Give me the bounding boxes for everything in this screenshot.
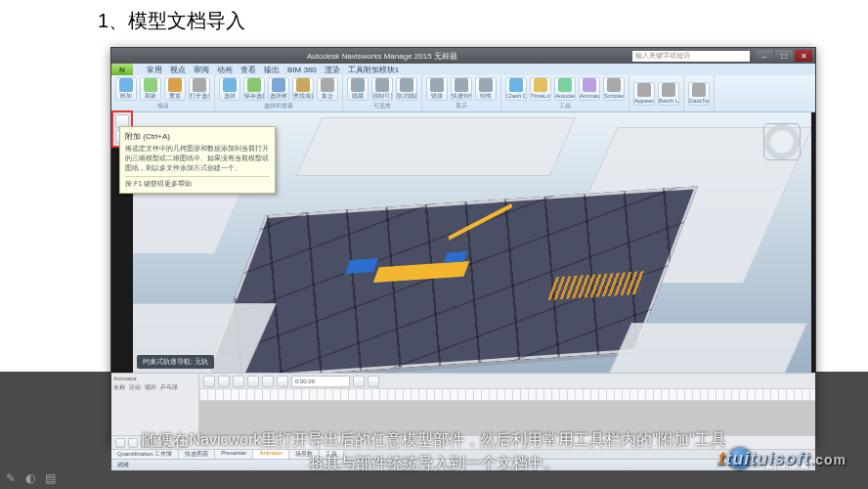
animator-button[interactable]: Animator [579,77,600,101]
ribbon-group-title: 项目 [157,102,169,111]
ribbon-group-title: 工具 [559,102,571,111]
ribbon-button-label: Autodesk Rendering [555,93,575,100]
refresh-icon [144,78,157,92]
ribbon-group: DataTools [684,75,715,111]
ribbon-tab-view[interactable]: 视点 [170,65,186,75]
menu-icon[interactable]: ▤ [45,471,56,485]
appearance-profiler-icon [637,83,651,97]
refresh-button[interactable]: 刷新 [140,77,161,101]
hide-button[interactable]: 隐藏 [347,77,369,101]
ribbon-tab-addins[interactable]: 工具附加模块1 [348,65,399,75]
animator-col-name: 名称 [113,383,125,392]
window-close-button[interactable]: ✕ [795,50,812,62]
caption-line-1: 随便在Navicwork里打开导出后的任意模型部件，然后利用常用工具栏内的"附加… [39,428,829,452]
ribbon-button-label: 查找项目 [293,93,313,100]
ribbon-button-label: DataTools [689,98,709,105]
ribbon-group: Appearance ProfilerBatch Utility [629,75,684,111]
ribbon-group: Clash DetectiveTimeLinerAutodesk Renderi… [501,75,629,111]
ribbon-button-label: 快捷特性 [452,93,471,100]
animator-rewind-button[interactable] [203,376,215,387]
ribbon-tab-render[interactable]: 渲染 [325,65,340,75]
ribbon-tabs: N 常用 视点 审阅 动画 查看 输出 BIM 360 渲染 工具附加模块1 [111,64,815,75]
animator-zoomin-button[interactable] [353,376,365,387]
animator-zoomout-button[interactable] [368,376,379,387]
unhide-icon [400,78,413,92]
appearance-profiler-button[interactable]: Appearance Profiler [633,82,655,106]
timeliner-icon [534,78,547,92]
watermark: ttuituisoft.com [718,449,846,469]
ribbon-tab-look[interactable]: 查看 [240,65,256,75]
container-model [444,251,467,262]
append-icon [119,78,133,92]
animator-col-active: 活动 [129,383,141,392]
watermark-tld: .com [810,452,846,467]
ribbon-button-label: 链接 [431,93,443,100]
options-button[interactable]: 打开选项 [189,77,210,101]
batch-utility-button[interactable]: Batch Utility [658,82,679,106]
unhide-button[interactable]: 取消隐藏 [396,77,417,101]
animator-play-button[interactable] [233,376,244,387]
ribbon-button-label: Appearance Profiler [634,98,654,105]
ribbon-button-label: 特性 [480,93,492,100]
clash-button[interactable]: Clash Detective [505,77,527,101]
rendering-icon [558,78,572,92]
animator-stepback-button[interactable] [218,376,230,387]
viewport-status: 约束式轨道导航: 无轨 [137,355,214,369]
clash-icon [509,78,523,92]
ribbon-button-label: 重置 [169,93,181,100]
navisworks-window: Autodesk Navisworks Manage 2015 无标题 输入关键… [110,47,816,446]
ribbon-button-label: 选择树 [270,93,287,100]
ribbon-group: 附加刷新重置打开选项项目 [111,75,215,111]
reset-button[interactable]: 重置 [164,77,186,101]
ribbon-button-label: Clash Detective [506,93,526,100]
caption-line-2: 将其与部件统统导入到一个文档中。 [39,452,829,475]
datatools-button[interactable]: DataTools [688,82,710,106]
quickprops-button[interactable]: 快捷特性 [451,77,472,101]
help-search-input[interactable]: 输入关键字或短语 [632,51,750,62]
ribbon-button-label: 取消隐藏 [397,93,416,100]
animator-fwd-button[interactable] [277,376,288,387]
pointer-icon[interactable]: ◐ [25,471,35,485]
ribbon-tab-home[interactable]: 常用 [147,65,162,75]
quickprops-icon [455,78,468,92]
selection-tree-icon [272,78,285,92]
save-selection-button[interactable]: 保存选择 [243,77,265,101]
viewcube[interactable] [764,124,800,159]
window-minimize-button[interactable]: – [756,50,773,62]
append-button[interactable]: 附加 [115,77,137,101]
animator-stop-button[interactable] [247,376,259,387]
animator-col-pp: 乒乓球 [160,383,178,392]
properties-button[interactable]: 特性 [475,77,497,101]
require-button[interactable]: 强制可见 [371,77,393,101]
scripter-button[interactable]: Scripter [603,77,625,101]
ribbon-button-label: 打开选项 [190,93,209,100]
slide-heading: 1、模型文档导入 [98,8,245,34]
ribbon-tab-output[interactable]: 输出 [264,65,280,75]
ribbon-group: 选择保存选择选择树查找项目集合选择和搜索 [215,75,343,111]
links-button[interactable]: 链接 [426,77,448,101]
animator-stepfwd-button[interactable] [262,376,274,387]
window-title: Autodesk Navisworks Manage 2015 无标题 [307,51,457,62]
application-menu-button[interactable]: N [111,64,133,75]
truck-model [345,258,378,274]
timeliner-button[interactable]: TimeLiner [530,77,551,101]
stage-area: 约束式轨道导航: 无轨 附加 (Ctrl+A) 将选定文件中的几何图形和数据添加… [111,112,815,373]
select-button[interactable]: 选择 [219,77,240,101]
pen-icon[interactable]: ✎ [6,471,16,485]
selection-tree-button[interactable]: 选择树 [268,77,289,101]
rendering-button[interactable]: Autodesk Rendering [554,77,576,101]
ribbon-tab-review[interactable]: 审阅 [194,65,209,75]
find-items-button[interactable]: 查找项目 [292,77,314,101]
animator-time-field[interactable]: 0:00.00 [291,376,350,387]
watermark-text: tuituisoft [725,449,810,468]
ribbon-button-label: Animator [580,93,599,100]
ribbon-tab-bim360[interactable]: BIM 360 [287,66,317,74]
options-icon [193,78,206,92]
animator-icon [583,78,596,92]
ribbon-tab-anim[interactable]: 动画 [217,65,233,75]
select-icon [223,78,237,92]
window-maximize-button[interactable]: □ [775,50,793,62]
ribbon-button-label: 强制可见 [372,93,392,100]
sets-button[interactable]: 集合 [317,77,338,101]
ribbon-group-title: 选择和搜索 [264,102,293,111]
